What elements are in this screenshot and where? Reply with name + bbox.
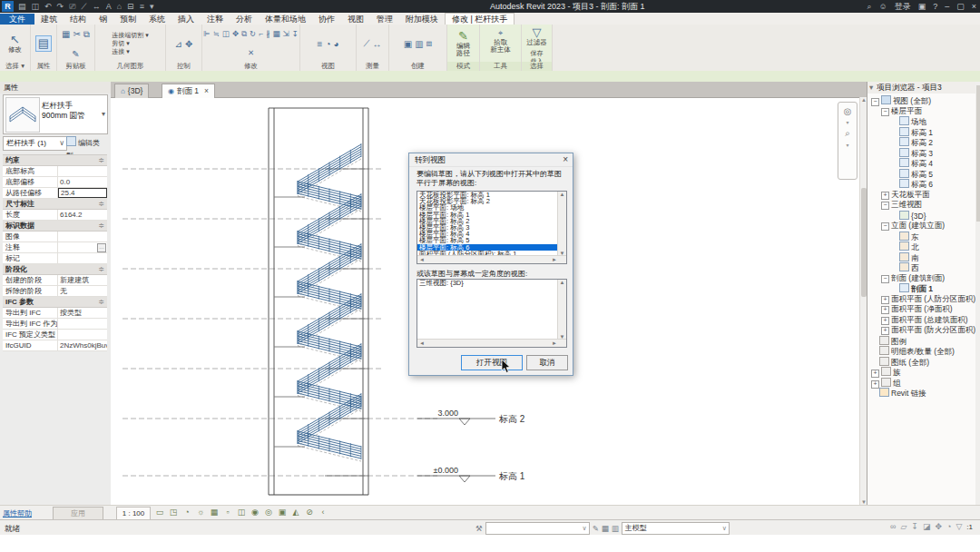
tree-item-场地[interactable]: 场地 bbox=[867, 116, 975, 127]
reveal-hidden-elements-icon[interactable]: ◎ bbox=[263, 507, 274, 518]
scale-icon[interactable]: ⇲ bbox=[282, 30, 289, 38]
filter-icon[interactable]: ▽ bbox=[956, 522, 962, 531]
navigation-bar[interactable]: ◎ ▾ ⌕ ▾ bbox=[838, 102, 858, 180]
reveal-constraints-icon[interactable]: ⊘ bbox=[304, 507, 315, 518]
view-tab-3d[interactable]: ⌂{3D} bbox=[114, 84, 149, 98]
tree-item-面积平面-人防分区面积-[interactable]: +面积平面 (人防分区面积) bbox=[867, 294, 975, 305]
property-value[interactable]: 6164.2 bbox=[58, 210, 107, 220]
parallel-views-list[interactable]: 天花板投影平面: 标高 1天花板投影平面: 标高 2楼层平面: 场地楼层平面: … bbox=[416, 191, 567, 264]
scroll-left-arrow[interactable]: ‹ bbox=[318, 507, 328, 518]
design-options-icon[interactable]: ▦ bbox=[602, 524, 609, 533]
expand-icon[interactable]: + bbox=[881, 296, 889, 304]
tree-item-组[interactable]: +组 bbox=[867, 378, 975, 389]
collapse-icon[interactable]: − bbox=[881, 202, 889, 210]
tree-item-面积平面-防火分区面积-[interactable]: +面积平面 (防火分区面积) bbox=[867, 325, 975, 336]
tree-item-西[interactable]: 西 bbox=[867, 262, 975, 273]
angled-views-list[interactable]: 三维视图: {3D} ▲▼ ◄► bbox=[416, 279, 567, 348]
property-value[interactable] bbox=[58, 319, 107, 329]
ellipsis-button[interactable]: … bbox=[97, 243, 106, 252]
tree-item-面积平面-净面积-[interactable]: +面积平面 (净面积) bbox=[867, 304, 975, 315]
login-label[interactable]: 登录 bbox=[895, 0, 911, 13]
visual-style-icon[interactable]: ◔ bbox=[181, 507, 192, 518]
select-underlay-icon[interactable]: ▱ bbox=[900, 522, 906, 531]
copy-icon[interactable]: ⧉ bbox=[83, 29, 90, 40]
select-pinned-icon[interactable]: ↧ bbox=[911, 522, 918, 531]
chevron-down-icon[interactable]: ▾ bbox=[102, 110, 105, 118]
property-section-header[interactable]: 尺寸标注 bbox=[3, 199, 107, 210]
view-list-item[interactable]: 三维视图: {3D} bbox=[417, 280, 558, 286]
property-value[interactable]: … bbox=[58, 242, 107, 252]
user-icon[interactable]: ☺ bbox=[878, 0, 887, 13]
undo-icon[interactable]: ↶ bbox=[44, 0, 52, 13]
save-selection-button[interactable]: 保存 bbox=[531, 50, 544, 57]
expand-icon[interactable]: + bbox=[881, 306, 889, 314]
crop-size-icon[interactable]: ▭ bbox=[154, 507, 165, 518]
tree-item-视图-全部-[interactable]: −视图 (全部) bbox=[867, 95, 975, 106]
search-icon[interactable]: ⌕ bbox=[867, 0, 871, 13]
tree-item-南[interactable]: 南 bbox=[867, 252, 975, 263]
chevron-down-icon[interactable]: ▾ bbox=[846, 142, 848, 148]
edit-type-button[interactable]: 编辑类型 bbox=[66, 136, 106, 149]
temporary-view-properties-icon[interactable]: ▣ bbox=[277, 507, 288, 518]
tree-item-东[interactable]: 东 bbox=[867, 232, 975, 242]
property-section-header[interactable]: IFC 参数 bbox=[3, 297, 107, 308]
mirror-icon[interactable]: ◫ bbox=[222, 30, 230, 38]
hide-elements-icon[interactable]: ◔ bbox=[325, 39, 330, 49]
filter-button[interactable]: ▽过滤器 bbox=[524, 25, 549, 47]
property-value[interactable]: 按类型 bbox=[58, 308, 107, 318]
view-tab-section[interactable]: ◉剖面 1× bbox=[162, 84, 215, 98]
show-crop-region-icon[interactable]: ◫ bbox=[236, 507, 247, 518]
project-browser-header[interactable]: ▾项目浏览器 - 项目3 bbox=[867, 82, 980, 94]
minimize-button[interactable]: – bbox=[945, 0, 949, 13]
save-icon[interactable]: ◫ bbox=[32, 0, 40, 13]
list-vscrollbar[interactable]: ▲▼ bbox=[557, 192, 566, 256]
expand-icon[interactable]: + bbox=[871, 370, 879, 378]
view-scale-control[interactable]: 1 : 100 bbox=[116, 507, 151, 520]
split-icon[interactable]: ∦ bbox=[266, 30, 270, 38]
apply-button[interactable]: 应用 bbox=[53, 507, 103, 520]
align-icon[interactable]: ⊫ bbox=[203, 30, 210, 38]
properties-button[interactable]: ▤ bbox=[35, 35, 52, 52]
property-value[interactable] bbox=[58, 330, 107, 340]
property-section-header[interactable]: 约束 bbox=[3, 155, 107, 166]
text-note-icon[interactable]: A bbox=[106, 0, 112, 13]
property-value[interactable] bbox=[58, 253, 107, 263]
property-value[interactable]: 新建建筑 bbox=[58, 275, 107, 285]
property-section-header[interactable]: 标识数据 bbox=[3, 221, 107, 232]
tree-item-楼层平面[interactable]: −楼层平面 bbox=[867, 106, 975, 117]
background-processes-icon[interactable]: ◔ bbox=[946, 522, 951, 531]
tree-item-标高-4[interactable]: 标高 4 bbox=[867, 158, 975, 169]
customize-quick-access-icon[interactable]: ▾ bbox=[150, 0, 154, 13]
design-option-combo[interactable]: 主模型 bbox=[622, 522, 730, 535]
copy-modify-icon[interactable]: ⧉ bbox=[241, 30, 247, 38]
tree-item-标高-5[interactable]: 标高 5 bbox=[867, 169, 975, 180]
list-hscrollbar[interactable]: ◄► bbox=[417, 339, 566, 347]
create-assembly-icon[interactable]: ⧈ bbox=[426, 38, 432, 49]
join-geometry-button[interactable]: 连接 ▾ bbox=[112, 48, 129, 55]
create-similar-icon[interactable]: ▥ bbox=[415, 39, 423, 49]
tree-item-明细表-数量-全部-[interactable]: 明细表/数量 (全部) bbox=[867, 346, 975, 357]
property-value[interactable]: 25.4 bbox=[58, 188, 107, 198]
offset-icon[interactable]: ≒ bbox=[213, 30, 220, 38]
detail-level-icon[interactable]: ◳ bbox=[168, 507, 179, 518]
select-by-face-icon[interactable]: ◪ bbox=[923, 522, 931, 531]
measure-between-icon[interactable]: ⟋ bbox=[364, 38, 370, 49]
unhide-icon[interactable]: ◕ bbox=[333, 39, 338, 49]
rotate-icon[interactable]: ↻ bbox=[250, 30, 256, 38]
section-icon[interactable]: ⊟ bbox=[127, 0, 134, 13]
cart-icon[interactable]: ▣ bbox=[918, 0, 926, 13]
type-selector[interactable]: 栏杆扶手900mm 圆管 ▾ bbox=[3, 94, 108, 134]
pin-icon[interactable]: ↧ bbox=[292, 30, 299, 38]
aligned-dimension-icon[interactable]: ↔ bbox=[93, 0, 101, 13]
array-icon[interactable]: ▦ bbox=[272, 30, 279, 38]
reference-plane-icon[interactable]: ⊿ bbox=[175, 39, 182, 49]
sun-path-icon[interactable]: ☼ bbox=[195, 507, 206, 518]
expand-icon[interactable]: + bbox=[881, 317, 889, 325]
trim-icon[interactable]: ⌐ bbox=[259, 30, 263, 38]
thin-lines-toggle-icon[interactable]: ≡ bbox=[318, 39, 323, 49]
cut-icon[interactable]: ✂ bbox=[73, 29, 80, 39]
tree-item-天花板平面[interactable]: +天花板平面 bbox=[867, 190, 975, 201]
activate-controls-icon[interactable]: ✥ bbox=[185, 39, 192, 49]
list-vscrollbar[interactable]: ▲▼ bbox=[557, 280, 566, 340]
tree-item-标高-6[interactable]: 标高 6 bbox=[867, 179, 975, 190]
